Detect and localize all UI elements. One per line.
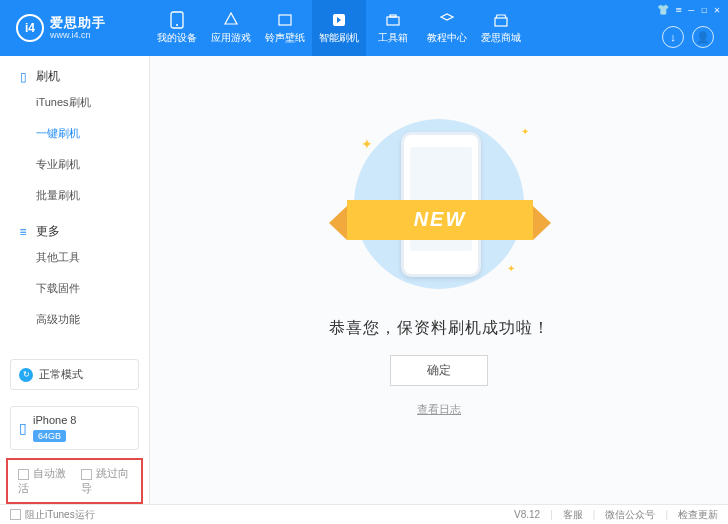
status-bar: 阻止iTunes运行 V8.12 | 客服 | 微信公众号 | 检查更新 xyxy=(0,504,728,524)
skin-button[interactable]: 👕 xyxy=(655,4,671,15)
device-indicator[interactable]: ▯ iPhone 8 64GB xyxy=(10,406,139,450)
nav-my-device[interactable]: 我的设备 xyxy=(150,0,204,56)
svg-point-1 xyxy=(176,24,178,26)
success-message: 恭喜您，保资料刷机成功啦！ xyxy=(329,318,550,339)
mode-icon: ↻ xyxy=(19,368,33,382)
sidebar-item-oneclick-flash[interactable]: 一键刷机 xyxy=(0,118,149,149)
svg-rect-5 xyxy=(390,15,396,17)
check-update-link[interactable]: 检查更新 xyxy=(678,508,718,522)
device-icon xyxy=(168,12,186,28)
wechat-link[interactable]: 微信公众号 xyxy=(605,508,655,522)
phone-icon: ▯ xyxy=(16,71,30,83)
device-name: iPhone 8 xyxy=(33,414,76,426)
sidebar-item-pro-flash[interactable]: 专业刷机 xyxy=(0,149,149,180)
nav-flash[interactable]: 智能刷机 xyxy=(312,0,366,56)
nav-apps[interactable]: 应用游戏 xyxy=(204,0,258,56)
sidebar-item-download-firmware[interactable]: 下载固件 xyxy=(0,273,149,304)
checkbox-skip-guide[interactable]: 跳过向导 xyxy=(81,466,132,496)
app-header: i4 爱思助手 www.i4.cn 我的设备 应用游戏 铃声壁纸 智能刷机 工具… xyxy=(0,0,728,56)
nav-tutorial[interactable]: 教程中心 xyxy=(420,0,474,56)
ringtone-icon xyxy=(276,12,294,28)
flash-icon xyxy=(330,12,348,28)
sidebar-item-other-tools[interactable]: 其他工具 xyxy=(0,242,149,273)
sidebar-group-flash: ▯ 刷机 xyxy=(0,56,149,87)
storage-badge: 64GB xyxy=(33,430,66,442)
brand-name: 爱思助手 xyxy=(50,16,106,29)
tutorial-icon xyxy=(438,12,456,28)
version-label: V8.12 xyxy=(514,509,540,520)
svg-rect-4 xyxy=(387,17,399,25)
sidebar: ▯ 刷机 iTunes刷机 一键刷机 专业刷机 批量刷机 ≡ 更多 其他工具 下… xyxy=(0,56,150,504)
nav-ringtone[interactable]: 铃声壁纸 xyxy=(258,0,312,56)
view-log-link[interactable]: 查看日志 xyxy=(417,402,461,417)
sidebar-item-batch-flash[interactable]: 批量刷机 xyxy=(0,180,149,211)
ribbon-new: NEW xyxy=(347,200,533,240)
svg-rect-6 xyxy=(495,18,507,26)
top-nav: 我的设备 应用游戏 铃声壁纸 智能刷机 工具箱 教程中心 爱思商城 xyxy=(150,0,528,56)
sidebar-group-more: ≡ 更多 xyxy=(0,211,149,242)
main-content: ✦ ✦ ✦ NEW 恭喜您，保资料刷机成功啦！ 确定 查看日志 xyxy=(150,56,728,504)
support-link[interactable]: 客服 xyxy=(563,508,583,522)
mode-indicator[interactable]: ↻ 正常模式 xyxy=(10,359,139,390)
list-icon: ≡ xyxy=(16,226,30,238)
brand-area: i4 爱思助手 www.i4.cn xyxy=(0,14,150,42)
highlighted-options: 自动激活 跳过向导 xyxy=(6,458,143,504)
logo-icon: i4 xyxy=(16,14,44,42)
checkbox-auto-activate[interactable]: 自动激活 xyxy=(18,466,69,496)
apps-icon xyxy=(222,12,240,28)
brand-url: www.i4.cn xyxy=(50,31,106,40)
download-button[interactable]: ↓ xyxy=(662,26,684,48)
phone-icon: ▯ xyxy=(19,420,27,436)
success-illustration: ✦ ✦ ✦ NEW xyxy=(339,114,539,294)
nav-toolbox[interactable]: 工具箱 xyxy=(366,0,420,56)
sidebar-item-advanced[interactable]: 高级功能 xyxy=(0,304,149,335)
store-icon xyxy=(492,12,510,28)
ok-button[interactable]: 确定 xyxy=(390,355,488,386)
mode-label: 正常模式 xyxy=(39,367,83,382)
download-icon: ↓ xyxy=(670,31,676,43)
close-button[interactable]: ✕ xyxy=(712,4,722,15)
user-icon: 👤 xyxy=(696,31,710,44)
sidebar-item-itunes-flash[interactable]: iTunes刷机 xyxy=(0,87,149,118)
toolbox-icon xyxy=(384,12,402,28)
checkbox-block-itunes[interactable]: 阻止iTunes运行 xyxy=(10,508,95,522)
maximize-button[interactable]: ☐ xyxy=(699,4,709,15)
menu-button[interactable]: ≡ xyxy=(674,4,684,15)
minimize-button[interactable]: — xyxy=(686,4,696,15)
user-button[interactable]: 👤 xyxy=(692,26,714,48)
window-controls: 👕 ≡ — ☐ ✕ xyxy=(655,4,722,15)
nav-store[interactable]: 爱思商城 xyxy=(474,0,528,56)
svg-rect-2 xyxy=(279,15,291,25)
